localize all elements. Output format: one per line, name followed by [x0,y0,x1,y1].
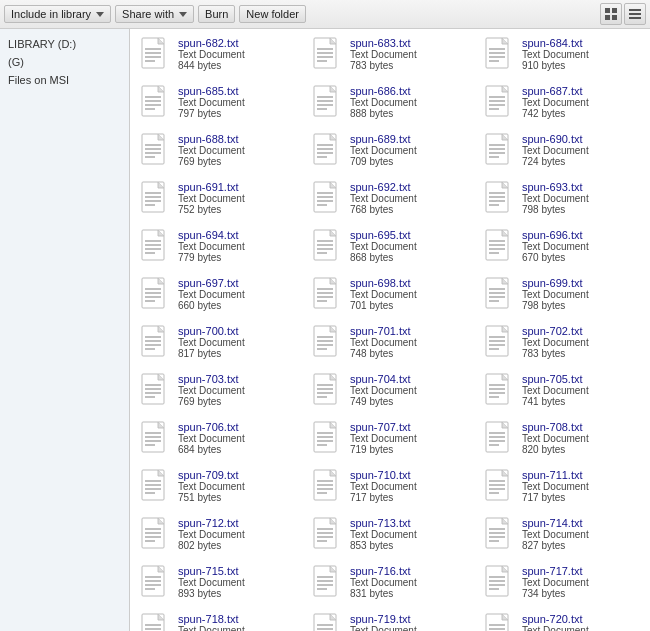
file-item[interactable]: spun-705.txt Text Document 741 bytes [476,369,648,415]
file-name: spun-683.txt [350,37,417,49]
file-item[interactable]: spun-689.txt Text Document 709 bytes [304,129,476,175]
file-icon [312,373,344,411]
file-item[interactable]: spun-687.txt Text Document 742 bytes [476,81,648,127]
file-item[interactable]: spun-711.txt Text Document 717 bytes [476,465,648,511]
file-type: Text Document [350,625,417,631]
txt-file-icon [312,325,344,363]
view-options-button[interactable] [600,3,622,25]
file-item[interactable]: spun-699.txt Text Document 798 bytes [476,273,648,319]
file-item[interactable]: spun-692.txt Text Document 768 bytes [304,177,476,223]
file-type: Text Document [178,145,245,156]
txt-file-icon [140,85,172,123]
txt-file-icon [312,469,344,507]
file-item[interactable]: spun-686.txt Text Document 888 bytes [304,81,476,127]
file-size: 749 bytes [350,396,417,407]
file-name: spun-709.txt [178,469,245,481]
file-item[interactable]: spun-682.txt Text Document 844 bytes [132,33,304,79]
sidebar-item-msi[interactable]: Files on MSI [0,71,129,89]
file-size: 783 bytes [350,60,417,71]
file-item[interactable]: spun-718.txt Text Document 804 bytes [132,609,304,631]
file-item[interactable]: spun-695.txt Text Document 868 bytes [304,225,476,271]
file-size: 802 bytes [178,540,245,551]
file-info: spun-703.txt Text Document 769 bytes [178,373,245,407]
file-info: spun-707.txt Text Document 719 bytes [350,421,417,455]
file-item[interactable]: spun-693.txt Text Document 798 bytes [476,177,648,223]
file-item[interactable]: spun-696.txt Text Document 670 bytes [476,225,648,271]
file-size: 734 bytes [522,588,589,599]
file-item[interactable]: spun-700.txt Text Document 817 bytes [132,321,304,367]
file-info: spun-692.txt Text Document 768 bytes [350,181,417,215]
file-item[interactable]: spun-712.txt Text Document 802 bytes [132,513,304,559]
txt-file-icon [312,37,344,75]
file-size: 670 bytes [522,252,589,263]
file-size: 660 bytes [178,300,245,311]
share-with-button[interactable]: Share with [115,5,194,23]
file-item[interactable]: spun-719.txt Text Document 748 bytes [304,609,476,631]
file-name: spun-695.txt [350,229,417,241]
file-item[interactable]: spun-701.txt Text Document 748 bytes [304,321,476,367]
file-type: Text Document [178,625,245,631]
file-type: Text Document [178,289,245,300]
file-item[interactable]: spun-702.txt Text Document 783 bytes [476,321,648,367]
txt-file-icon [140,373,172,411]
sidebar-item-g[interactable]: (G) [0,53,129,71]
file-item[interactable]: spun-688.txt Text Document 769 bytes [132,129,304,175]
svg-rect-5 [629,13,641,15]
file-item[interactable]: spun-704.txt Text Document 749 bytes [304,369,476,415]
file-size: 719 bytes [350,444,417,455]
file-item[interactable]: spun-715.txt Text Document 893 bytes [132,561,304,607]
file-type: Text Document [522,481,589,492]
file-type: Text Document [178,49,245,60]
file-size: 717 bytes [522,492,589,503]
txt-file-icon [140,229,172,267]
file-type: Text Document [350,97,417,108]
file-icon [312,277,344,315]
include-library-button[interactable]: Include in library [4,5,111,23]
file-item[interactable]: spun-717.txt Text Document 734 bytes [476,561,648,607]
file-item[interactable]: spun-713.txt Text Document 853 bytes [304,513,476,559]
file-item[interactable]: spun-685.txt Text Document 797 bytes [132,81,304,127]
file-item[interactable]: spun-707.txt Text Document 719 bytes [304,417,476,463]
file-name: spun-696.txt [522,229,589,241]
file-size: 797 bytes [178,108,245,119]
file-item[interactable]: spun-684.txt Text Document 910 bytes [476,33,648,79]
file-item[interactable]: spun-709.txt Text Document 751 bytes [132,465,304,511]
file-info: spun-687.txt Text Document 742 bytes [522,85,589,119]
txt-file-icon [140,277,172,315]
txt-file-icon [484,421,516,459]
sidebar-item-library[interactable]: LIBRARY (D:) [0,35,129,53]
file-item[interactable]: spun-691.txt Text Document 752 bytes [132,177,304,223]
file-item[interactable]: spun-720.txt Text Document 779 bytes [476,609,648,631]
new-folder-button[interactable]: New folder [239,5,306,23]
file-item[interactable]: spun-708.txt Text Document 820 bytes [476,417,648,463]
file-name: spun-711.txt [522,469,589,481]
file-area[interactable]: spun-682.txt Text Document 844 bytes spu… [130,29,650,631]
txt-file-icon [312,421,344,459]
file-type: Text Document [522,49,589,60]
file-size: 831 bytes [350,588,417,599]
file-item[interactable]: spun-710.txt Text Document 717 bytes [304,465,476,511]
file-item[interactable]: spun-697.txt Text Document 660 bytes [132,273,304,319]
file-item[interactable]: spun-716.txt Text Document 831 bytes [304,561,476,607]
file-info: spun-686.txt Text Document 888 bytes [350,85,417,119]
file-item[interactable]: spun-698.txt Text Document 701 bytes [304,273,476,319]
svg-rect-6 [629,17,641,19]
file-name: spun-685.txt [178,85,245,97]
file-info: spun-716.txt Text Document 831 bytes [350,565,417,599]
file-icon [484,421,516,459]
file-type: Text Document [522,145,589,156]
file-item[interactable]: spun-703.txt Text Document 769 bytes [132,369,304,415]
file-icon [312,181,344,219]
file-icon [312,37,344,75]
view-details-button[interactable] [624,3,646,25]
txt-file-icon [312,133,344,171]
burn-button[interactable]: Burn [198,5,235,23]
file-item[interactable]: spun-690.txt Text Document 724 bytes [476,129,648,175]
file-item[interactable]: spun-714.txt Text Document 827 bytes [476,513,648,559]
file-item[interactable]: spun-694.txt Text Document 779 bytes [132,225,304,271]
svg-rect-3 [612,15,617,20]
file-item[interactable]: spun-683.txt Text Document 783 bytes [304,33,476,79]
file-type: Text Document [522,625,589,631]
svg-rect-1 [612,8,617,13]
file-item[interactable]: spun-706.txt Text Document 684 bytes [132,417,304,463]
